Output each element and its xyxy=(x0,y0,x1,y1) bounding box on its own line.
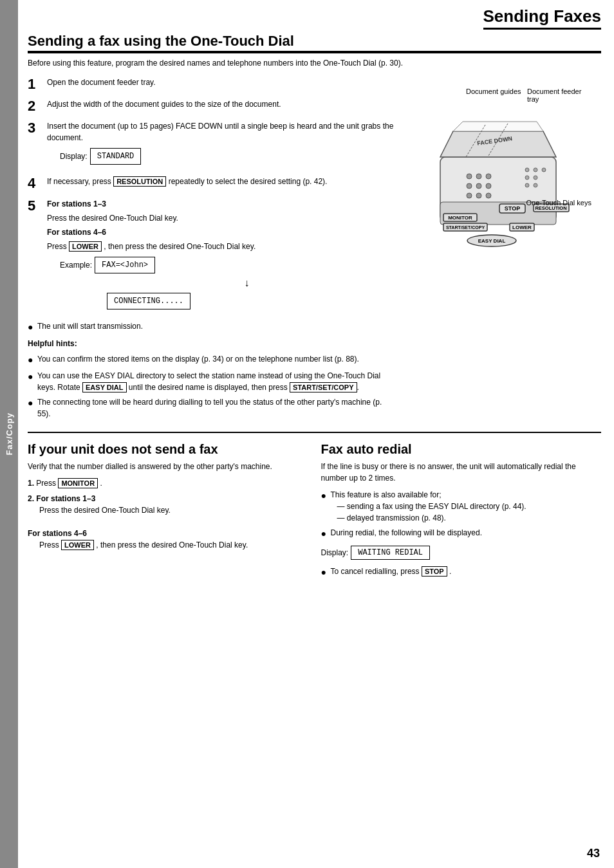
easy-dial-key-hint: EASY DIAL xyxy=(82,382,126,392)
connecting-row: CONNECTING..... xyxy=(60,291,395,311)
bottom-left-intro: Verify that the number dialled is answer… xyxy=(28,461,308,472)
svg-point-9 xyxy=(476,183,481,189)
step-1-content: Open the document feeder tray. xyxy=(47,77,395,91)
two-col-layout: 1 Open the document feeder tray. 2 Adjus… xyxy=(28,77,601,423)
svg-point-20 xyxy=(534,183,537,187)
step-1: 1 Open the document feeder tray. xyxy=(28,77,395,92)
svg-text:STOP: STOP xyxy=(505,205,520,212)
svg-point-18 xyxy=(534,176,537,180)
helpful-hints: Helpful hints: ● You can confirm the sto… xyxy=(28,339,395,420)
step-4-text: If necessary, press RESOLUTION repeatedl… xyxy=(47,176,395,187)
bottom-right-intro: If the line is busy or there is no answe… xyxy=(321,461,602,484)
svg-point-7 xyxy=(486,174,491,179)
bottom-step-1: 1. Press MONITOR . xyxy=(28,477,308,489)
right-column: FACE DOWN xyxy=(402,77,601,423)
connecting-display: CONNECTING..... xyxy=(107,293,191,309)
svg-point-17 xyxy=(525,176,529,180)
transmission-note: ● The unit will start transmission. xyxy=(28,320,395,334)
svg-point-15 xyxy=(534,168,537,172)
svg-text:EASY DIAL: EASY DIAL xyxy=(478,238,506,244)
hint-2: ● You can use the EASY DIAL directory to… xyxy=(28,370,395,393)
example-display: FAX=<John> xyxy=(95,257,155,273)
step-3-display-value: STANDARD xyxy=(90,148,142,165)
page-title: Sending Faxes xyxy=(483,6,602,30)
side-tab: Fax/Copy xyxy=(0,0,18,868)
page: Fax/Copy Sending Faxes Sending a fax usi… xyxy=(0,0,614,868)
step-3-content: Insert the document (up to 15 pages) FAC… xyxy=(47,120,395,169)
svg-marker-3 xyxy=(453,122,543,131)
svg-point-10 xyxy=(486,183,491,189)
waiting-redial-label: Display: xyxy=(321,548,349,557)
step-1-number: 1 xyxy=(28,77,42,92)
svg-point-16 xyxy=(542,168,546,172)
section-divider xyxy=(28,432,601,433)
step-4-content: If necessary, press RESOLUTION repeatedl… xyxy=(47,176,395,190)
step-5: 5 For stations 1–3 Press the desired One… xyxy=(28,198,395,314)
lower-key-bottom: LOWER xyxy=(61,540,94,550)
step-3-number: 3 xyxy=(28,120,42,136)
left-column: 1 Open the document feeder tray. 2 Adjus… xyxy=(28,77,395,423)
monitor-key-bottom: MONITOR xyxy=(58,478,98,488)
hint-3: ● The connecting tone will be heard duri… xyxy=(28,396,395,420)
bottom-right-title: Fax auto redial xyxy=(321,442,602,457)
svg-point-6 xyxy=(476,174,481,179)
example-label: Example: xyxy=(60,259,92,271)
svg-point-8 xyxy=(467,183,472,189)
step-2-text: Adjust the width of the document guides … xyxy=(47,98,395,110)
stop-key-bottom: STOP xyxy=(422,566,447,577)
step-2: 2 Adjust the width of the document guide… xyxy=(28,98,395,114)
auto-redial-bullet-1: ● This feature is also available for; — … xyxy=(321,489,602,524)
step-3: 3 Insert the document (up to 15 pages) F… xyxy=(28,120,395,169)
waiting-redial-row: Display: WAITING REDIAL xyxy=(321,544,602,562)
intro-text: Before using this feature, program the d… xyxy=(28,57,601,69)
side-tab-label: Fax/Copy xyxy=(5,412,14,456)
hint-1: ● You can confirm the stored items on th… xyxy=(28,353,395,367)
step-5-number: 5 xyxy=(28,198,42,214)
example-row: Example: FAX=<John> xyxy=(60,255,395,275)
step-5-substep2-label: For stations 4–6 xyxy=(47,226,395,238)
step-5-substep1-label: For stations 1–3 xyxy=(47,198,395,210)
lower-key-step5: LOWER xyxy=(69,241,102,252)
hints-list: ● You can confirm the stored items on th… xyxy=(28,353,395,420)
step-2-content: Adjust the width of the document guides … xyxy=(47,98,395,113)
bottom-two-col: If your unit does not send a fax Verify … xyxy=(28,442,601,582)
svg-point-12 xyxy=(476,193,481,198)
start-set-copy-key-hint: START/SET/COPY xyxy=(290,382,357,392)
step-4-number: 4 xyxy=(28,176,42,191)
auto-redial-bullet-2: ● During redial, the following will be d… xyxy=(321,527,602,540)
svg-text:START/SET/COPY: START/SET/COPY xyxy=(446,225,485,230)
main-content: Sending Faxes Sending a fax using the On… xyxy=(18,0,614,868)
cancel-redial-note: ● To cancel redialling, press STOP . xyxy=(321,566,602,579)
bottom-right: Fax auto redial If the line is busy or t… xyxy=(321,442,602,582)
step-4: 4 If necessary, press RESOLUTION repeate… xyxy=(28,176,395,191)
svg-point-19 xyxy=(525,183,529,187)
doc-feeder-area: FACE DOWN xyxy=(440,122,569,246)
bottom-left-steps: 1. Press MONITOR . 2. For stations 1–3 P… xyxy=(28,477,308,551)
helpful-hints-title: Helpful hints: xyxy=(28,339,395,348)
step-3-display-label: Display: xyxy=(60,151,88,162)
bottom-step-2: 2. For stations 1–3 Press the desired On… xyxy=(28,493,308,551)
page-header: Sending Faxes xyxy=(28,6,601,30)
bottom-left-title: If your unit does not send a fax xyxy=(28,442,308,457)
svg-marker-2 xyxy=(440,131,556,157)
svg-point-14 xyxy=(525,168,529,172)
page-number: 43 xyxy=(587,847,600,860)
step-2-number: 2 xyxy=(28,98,42,114)
step-3-display-row: Display: STANDARD xyxy=(60,146,395,167)
step-3-text: Insert the document (up to 15 pages) FAC… xyxy=(47,120,395,143)
fax-svg: FACE DOWN xyxy=(402,86,595,273)
step-5-content: For stations 1–3 Press the desired One-T… xyxy=(47,198,395,314)
svg-point-11 xyxy=(467,193,472,198)
arrow-down: ↓ xyxy=(98,278,395,288)
svg-text:RESOLUTION: RESOLUTION xyxy=(535,205,566,211)
svg-text:LOWER: LOWER xyxy=(512,225,532,230)
svg-point-5 xyxy=(467,174,472,179)
bottom-left: If your unit does not send a fax Verify … xyxy=(28,442,308,582)
step-5-substep1-text: Press the desired One-Touch Dial key. xyxy=(47,212,395,224)
section-title: Sending a fax using the One-Touch Dial xyxy=(28,33,601,53)
svg-text:MONITOR: MONITOR xyxy=(448,215,472,221)
step-1-text: Open the document feeder tray. xyxy=(47,77,395,88)
fax-diagram: FACE DOWN xyxy=(402,86,595,266)
bullet-dot: ● xyxy=(28,320,34,334)
step-5-substep2-text: Press LOWER , then press the desired One… xyxy=(47,241,395,252)
